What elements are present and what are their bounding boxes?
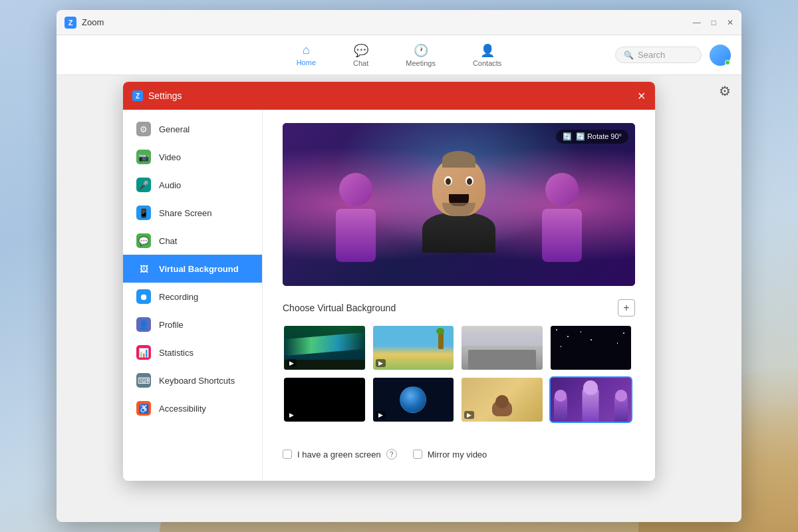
chat-icon: 💬	[354, 43, 368, 58]
mirror-video-checkbox[interactable]	[413, 450, 422, 459]
bg-party-inner	[551, 378, 632, 422]
settings-sidebar: ⚙ General 📷 Video 🎤 Audio 📱 Share Screen	[123, 110, 263, 481]
bg-thumb-beach[interactable]: ▶	[372, 325, 456, 371]
preview-person-area	[283, 123, 635, 286]
statistics-icon: 📊	[136, 345, 151, 360]
add-background-button[interactable]: +	[618, 299, 635, 317]
background-thumbnails-grid: ▶ ▶	[283, 325, 635, 423]
avatar[interactable]	[710, 45, 731, 66]
meetings-icon: 🕐	[414, 43, 428, 58]
settings-body: ⚙ General 📷 Video 🎤 Audio 📱 Share Screen	[123, 110, 655, 481]
tab-meetings-label: Meetings	[406, 59, 436, 67]
settings-close-button[interactable]: ✕	[637, 90, 646, 102]
search-placeholder: Search	[638, 50, 665, 60]
tab-home-label: Home	[297, 59, 316, 66]
sidebar-item-video[interactable]: 📷 Video	[123, 143, 262, 171]
sidebar-label-audio: Audio	[159, 180, 181, 190]
sidebar-label-video: Video	[159, 152, 181, 162]
close-button[interactable]: ✕	[727, 19, 733, 27]
video-badge-beach: ▶	[376, 359, 386, 367]
window-controls: — □ ✕	[693, 19, 733, 27]
left-figure	[323, 173, 389, 286]
right-figure	[529, 173, 595, 286]
contacts-icon: 👤	[480, 43, 495, 58]
sidebar-item-chat[interactable]: 💬 Chat	[123, 227, 262, 255]
sidebar-item-keyboard-shortcuts[interactable]: ⌨ Keyboard Shortcuts	[123, 366, 262, 394]
sidebar-label-accessibility: Accessibility	[159, 404, 206, 414]
tab-contacts-label: Contacts	[473, 59, 501, 67]
sidebar-item-accessibility[interactable]: ♿ Accessibility	[123, 394, 262, 422]
profile-icon: 👤	[136, 317, 151, 332]
search-icon: 🔍	[624, 51, 634, 60]
rotate-label: 🔄 Rotate 90°	[576, 132, 622, 141]
zoom-logo-icon: Z	[65, 17, 76, 29]
settings-gear-icon[interactable]: ⚙	[719, 84, 731, 98]
nav-right: 🔍 Search	[615, 45, 731, 66]
sidebar-label-virtual-background: Virtual Background	[159, 264, 239, 274]
maximize-button[interactable]: □	[712, 19, 716, 27]
green-screen-checkbox[interactable]	[283, 450, 292, 459]
sidebar-label-general: General	[159, 124, 190, 134]
sidebar-item-virtual-background[interactable]: 🖼 Virtual Background	[123, 255, 262, 283]
bg-thumb-party[interactable]	[549, 376, 633, 423]
video-preview	[283, 123, 635, 286]
bg-thumb-garage[interactable]	[460, 325, 544, 371]
sidebar-chat-icon: 💬	[136, 233, 151, 248]
tab-meetings[interactable]: 🕐 Meetings	[400, 41, 441, 70]
settings-panel-virtual-background: 🔄 🔄 Rotate 90° Choose Virtual Background…	[263, 110, 655, 481]
vbg-section-title: Choose Virtual Background	[283, 303, 396, 313]
green-screen-option[interactable]: I have a green screen ?	[283, 449, 397, 460]
video-badge-black: ▶	[287, 411, 297, 419]
sidebar-label-keyboard-shortcuts: Keyboard Shortcuts	[159, 376, 235, 386]
sidebar-item-recording[interactable]: ⏺ Recording	[123, 283, 262, 311]
recording-icon: ⏺	[136, 289, 151, 304]
search-box[interactable]: 🔍 Search	[615, 47, 702, 63]
main-content: ⚙ Z Settings ✕ ⚙ General 📷	[57, 75, 741, 522]
keyboard-shortcuts-icon: ⌨	[136, 373, 151, 388]
nav-tabs: ⌂ Home 💬 Chat 🕐 Meetings 👤 Contacts	[291, 41, 507, 70]
sidebar-label-chat: Chat	[159, 236, 177, 246]
bg-thumb-earth[interactable]: ▶	[372, 376, 456, 423]
minimize-button[interactable]: —	[693, 19, 701, 27]
home-icon: ⌂	[303, 43, 310, 57]
general-icon: ⚙	[136, 122, 151, 136]
tab-chat[interactable]: 💬 Chat	[348, 41, 374, 70]
sidebar-label-recording: Recording	[159, 292, 198, 302]
green-screen-help-icon[interactable]: ?	[386, 449, 397, 460]
video-badge-dog: ▶	[464, 411, 474, 419]
tab-contacts[interactable]: 👤 Contacts	[467, 41, 507, 70]
bg-thumb-dog[interactable]: ▶	[460, 376, 544, 423]
accessibility-icon: ♿	[136, 401, 151, 416]
mirror-video-label: Mirror my video	[428, 450, 487, 460]
add-icon: +	[623, 302, 629, 314]
sidebar-label-profile: Profile	[159, 320, 184, 330]
video-badge-aurora: ▶	[287, 359, 297, 367]
sidebar-label-statistics: Statistics	[159, 348, 194, 358]
tab-chat-label: Chat	[353, 59, 368, 67]
tab-home[interactable]: ⌂ Home	[291, 41, 321, 69]
sidebar-label-share-screen: Share Screen	[159, 208, 212, 218]
sidebar-item-audio[interactable]: 🎤 Audio	[123, 171, 262, 199]
video-badge-earth: ▶	[376, 411, 386, 419]
vbg-header: Choose Virtual Background +	[283, 299, 635, 317]
settings-title: Settings	[148, 90, 637, 101]
rotate-button[interactable]: 🔄 🔄 Rotate 90°	[556, 130, 628, 144]
sidebar-item-share-screen[interactable]: 📱 Share Screen	[123, 199, 262, 227]
center-person	[422, 156, 495, 253]
virtual-background-icon: 🖼	[136, 261, 151, 276]
app-title: Zoom	[82, 17, 693, 27]
sidebar-item-profile[interactable]: 👤 Profile	[123, 311, 262, 338]
nav-bar: ⌂ Home 💬 Chat 🕐 Meetings 👤 Contacts 🔍 Se…	[57, 35, 741, 75]
sidebar-item-statistics[interactable]: 📊 Statistics	[123, 338, 262, 366]
sidebar-item-general[interactable]: ⚙ General	[123, 115, 262, 143]
bg-thumb-space[interactable]	[549, 325, 633, 371]
options-row: I have a green screen ? Mirror my video	[283, 441, 635, 467]
green-screen-label: I have a green screen	[297, 450, 381, 460]
virtual-background-section: Choose Virtual Background +	[283, 299, 635, 428]
zoom-window: Z Zoom — □ ✕ ⌂ Home 💬 Chat 🕐 Meetings 👤	[57, 10, 741, 522]
bg-thumb-aurora[interactable]: ▶	[283, 325, 366, 371]
share-screen-icon: 📱	[136, 205, 151, 220]
settings-logo-icon: Z	[132, 90, 143, 101]
mirror-video-option[interactable]: Mirror my video	[413, 450, 487, 460]
bg-thumb-black[interactable]: ▶	[283, 376, 366, 423]
